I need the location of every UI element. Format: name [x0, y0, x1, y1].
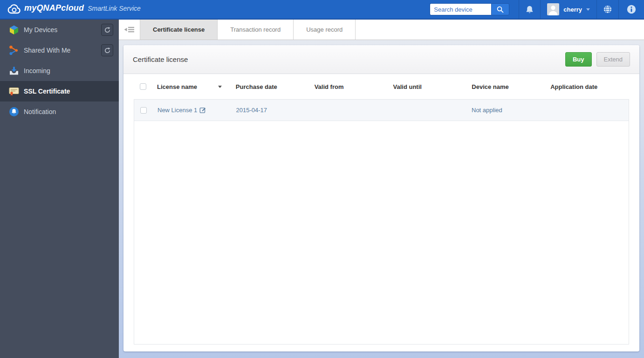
collapse-menu-icon: [124, 26, 135, 34]
select-all-cell: [134, 83, 157, 90]
tab-bar: Certificate license Transaction record U…: [119, 20, 644, 40]
column-header-application-date: Application date: [550, 83, 629, 90]
content-area: Certificate license Transaction record U…: [119, 20, 644, 358]
refresh-icon: [104, 47, 111, 54]
brand-name: myQNAPcloud: [24, 3, 84, 13]
user-menu[interactable]: cherry: [540, 0, 596, 19]
cloud-logo-icon: [6, 3, 21, 15]
top-bar: myQNAPcloud SmartLink Service: [0, 0, 644, 20]
purchase-date-cell: 2015-04-17: [236, 107, 315, 114]
device-name-cell: Not applied: [472, 107, 550, 114]
column-header-license-name: License name: [157, 83, 236, 90]
sidebar-item-incoming[interactable]: Incoming: [0, 61, 119, 81]
language-button[interactable]: [596, 0, 618, 19]
license-table: License name Purchase date Valid from Va…: [134, 74, 629, 344]
buy-button[interactable]: Buy: [565, 52, 592, 67]
info-button[interactable]: [618, 0, 644, 19]
sidebar-item-label: Shared With Me: [24, 47, 70, 54]
extend-button[interactable]: Extend: [596, 52, 630, 67]
device-search: [430, 0, 519, 19]
person-icon: [547, 3, 559, 15]
tab-usage-record[interactable]: Usage record: [294, 20, 356, 40]
product-name: SmartLink Service: [88, 5, 141, 12]
column-header-device-name: Device name: [472, 83, 550, 90]
incoming-tray-icon: [8, 65, 20, 76]
table-header-row: License name Purchase date Valid from Va…: [134, 74, 629, 99]
content-body: Certificate license Buy Extend License n…: [119, 40, 644, 358]
app-logo: myQNAPcloud SmartLink Service: [0, 3, 141, 15]
sidebar-item-shared-with-me[interactable]: Shared With Me: [0, 40, 119, 61]
page-title: Certificate license: [133, 55, 188, 63]
table-row[interactable]: New License 1 2015-04-17: [134, 100, 629, 121]
column-header-valid-from: Valid from: [315, 83, 393, 90]
sidebar-item-label: SSL Certificate: [24, 88, 70, 95]
sidebar-item-my-devices[interactable]: My Devices: [0, 20, 119, 40]
table-body: New License 1 2015-04-17: [134, 99, 629, 344]
collapse-sidebar-button[interactable]: [119, 20, 140, 40]
row-checkbox[interactable]: [140, 107, 147, 114]
sidebar: My Devices Shared With Me: [0, 20, 119, 358]
search-input[interactable]: [430, 3, 491, 15]
bell-icon: [525, 5, 534, 14]
chevron-down-icon: [586, 8, 590, 13]
row-select-cell: [134, 107, 158, 114]
certificate-icon: [8, 86, 20, 97]
topbar-actions: cherry: [430, 0, 644, 19]
sidebar-item-label: Incoming: [24, 67, 50, 74]
column-header-valid-until: Valid until: [393, 83, 472, 90]
sidebar-item-label: My Devices: [24, 26, 57, 34]
devices-cube-icon: [8, 24, 20, 35]
main-layout: My Devices Shared With Me: [0, 20, 644, 358]
sidebar-item-ssl-certificate[interactable]: SSL Certificate: [0, 81, 119, 101]
refresh-icon: [104, 27, 111, 34]
tab-certificate-license[interactable]: Certificate license: [140, 20, 218, 40]
column-header-purchase-date: Purchase date: [236, 83, 315, 90]
sort-caret-icon[interactable]: [218, 86, 222, 90]
license-name-link[interactable]: New License 1: [158, 107, 197, 114]
info-icon: [626, 4, 637, 14]
search-icon: [496, 6, 504, 14]
notifications-button[interactable]: [519, 0, 540, 19]
select-all-checkbox[interactable]: [140, 83, 146, 90]
tab-transaction-record[interactable]: Transaction record: [218, 20, 294, 40]
share-icon: [8, 45, 20, 56]
panel-header: Certificate license Buy Extend: [123, 45, 639, 74]
refresh-shared-button[interactable]: [101, 44, 113, 56]
avatar: [547, 3, 559, 15]
refresh-my-devices-button[interactable]: [101, 24, 113, 36]
license-name-cell: New License 1: [158, 107, 236, 114]
globe-icon: [603, 4, 613, 14]
certificate-license-panel: Certificate license Buy Extend License n…: [123, 45, 639, 351]
sidebar-item-label: Notification: [24, 108, 56, 115]
sidebar-item-notification[interactable]: Notification: [0, 101, 119, 122]
notification-bell-icon: [8, 106, 20, 117]
edit-license-name-icon[interactable]: [199, 107, 206, 114]
search-button[interactable]: [491, 3, 509, 15]
username: cherry: [563, 6, 582, 13]
